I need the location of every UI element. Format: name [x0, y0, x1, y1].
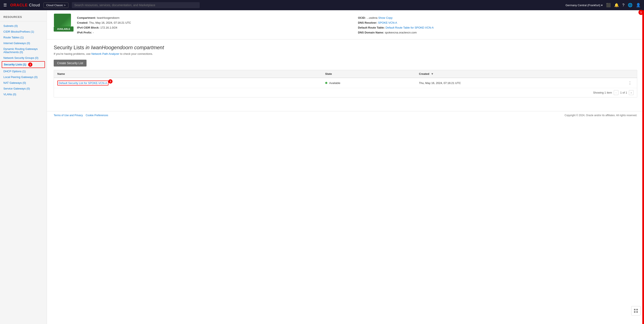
sidebar-item-route-tables[interactable]: Route Tables (1) — [0, 34, 47, 40]
sidebar-item-internet-gateways[interactable]: Internet Gateways (0) — [0, 40, 47, 46]
help-icon[interactable]: ? — [622, 3, 624, 8]
main-layout: Resources Subnets (0) CIDR Blocks/Prefix… — [0, 10, 644, 324]
sidebar-item-local-peering-gateways[interactable]: Local Peering Gateways (0) — [0, 74, 47, 80]
sidebar-item-security-lists[interactable]: Security Lists (1) 2 — [2, 61, 45, 68]
svg-rect-0 — [634, 309, 636, 310]
row-state-cell: Available — [322, 78, 416, 88]
scroll-indicator — [642, 10, 644, 324]
showing-label: Showing 1 item — [593, 91, 612, 94]
status-graphic — [54, 14, 71, 26]
cookie-preferences-link[interactable]: Cookie Preferences — [86, 114, 108, 117]
status-dot-icon — [325, 82, 327, 84]
col-created[interactable]: Created ▼ — [416, 70, 623, 78]
col-actions — [623, 70, 637, 78]
sidebar-item-service-gateways[interactable]: Service Gateways (0) — [0, 86, 47, 92]
hamburger-icon[interactable]: ☰ — [4, 3, 7, 8]
ipv6-row: IPv6 Prefix: - — [77, 31, 356, 34]
svg-rect-3 — [636, 311, 638, 313]
title-in: in — [86, 44, 90, 50]
top-nav: ☰ ORACLE Cloud Cloud Classic > Germany C… — [0, 0, 644, 10]
resources-title: Resources — [0, 14, 47, 20]
badge-1: 1 — [638, 10, 644, 15]
dns-resolver-link[interactable]: SPOKE-VCN-A — [378, 21, 397, 24]
sidebar-item-vlans[interactable]: VLANs (0) — [0, 92, 47, 97]
table-body: Default Security List for SPOKE-VCN-A 3 … — [54, 78, 637, 88]
help-grid-icon — [633, 308, 638, 313]
row-state-value: Available — [329, 82, 340, 84]
ocid-copy-link[interactable]: Copy — [386, 16, 392, 20]
created-value: Thu, May 16, 2024, 07:16:21 UTC — [89, 21, 131, 24]
created-label: Created: — [77, 21, 88, 24]
network-path-link[interactable]: Network Path Analyzer — [92, 52, 120, 56]
default-route-link[interactable]: Default Route Table for SPOKE-VCN-A — [386, 26, 434, 29]
nav-icons: ⬛ 🔔 ? 🌐 👤 — [606, 3, 640, 8]
dns-domain-row: DNS Domain Name: spokevcna.oraclevcn.com — [358, 31, 637, 34]
dns-resolver-row: DNS Resolver: SPOKE-VCN-A — [358, 21, 637, 24]
footer: Terms of Use and Privacy Cookie Preferen… — [47, 111, 644, 119]
sidebar: Resources Subnets (0) CIDR Blocks/Prefix… — [0, 10, 47, 324]
title-compartment: IwanHoogendoorn — [91, 44, 133, 50]
sidebar-item-nat-gateways[interactable]: NAT Gateways (0) — [0, 80, 47, 86]
sidebar-item-cidr[interactable]: CIDR Blocks/Prefixes (1) — [0, 29, 47, 34]
security-title: Security Lists in IwanHoogendoorn compar… — [54, 44, 637, 50]
page-info: 1 of 1 — [620, 91, 627, 94]
badge-3: 3 — [108, 79, 112, 84]
created-row: Created: Thu, May 16, 2024, 07:16:21 UTC — [77, 21, 356, 24]
row-created-value: Thu, May 16, 2024, 07:16:21 UTC — [419, 82, 461, 84]
security-lists-table: Name State Created ▼ — [54, 70, 637, 88]
col-name: Name — [54, 70, 322, 78]
main-content: AVAILABLE Compartment: IwanHoogendoorn O… — [47, 10, 644, 324]
security-subtitle: If you're having problems, use Network P… — [54, 52, 637, 56]
prev-page-button[interactable]: ‹ — [614, 90, 618, 95]
dns-domain-value: spokevcna.oraclevcn.com — [385, 31, 417, 34]
default-route-label: Default Route Table: — [358, 26, 385, 29]
svg-rect-2 — [634, 311, 636, 313]
compartment-row: Compartment: IwanHoogendoorn — [77, 16, 356, 20]
region-selector[interactable]: Germany Central (Frankfurt) ▾ — [566, 4, 603, 7]
row-created-cell: Thu, May 16, 2024, 07:16:21 UTC — [416, 78, 623, 88]
row-actions-cell: ⋮ — [623, 78, 637, 88]
ipv4-label: IPv4 CIDR Block: — [77, 26, 99, 29]
cloud-classic-button[interactable]: Cloud Classic > — [44, 2, 68, 8]
search-input[interactable] — [72, 2, 200, 8]
create-security-list-button[interactable]: Create Security List — [54, 60, 86, 66]
help-panel-button[interactable] — [631, 306, 640, 316]
subtitle-prefix: If you're having problems, use — [54, 52, 90, 56]
ipv4-value: 172.16.1.0/24 — [100, 26, 118, 29]
subtitle-suffix: to check your connections. — [120, 52, 153, 56]
ocid-row: OCID: ...usdnra Show Copy — [358, 16, 637, 20]
sidebar-item-network-security-groups[interactable]: Network Security Groups (0) — [0, 55, 47, 61]
terms-link[interactable]: Terms of Use and Privacy — [54, 114, 83, 117]
user-icon[interactable]: 👤 — [636, 3, 640, 8]
title-prefix: Security Lists — [54, 44, 84, 50]
ocid-show-link[interactable]: Show — [378, 16, 385, 20]
monitor-icon[interactable]: ⬛ — [606, 3, 611, 8]
badge-2: 2 — [28, 62, 32, 67]
chevron-down-icon: ▾ — [601, 4, 603, 7]
bell-icon[interactable]: 🔔 — [614, 3, 619, 8]
nav-right: Germany Central (Frankfurt) ▾ ⬛ 🔔 ? 🌐 👤 — [566, 3, 640, 8]
ocid-label: OCID: — [358, 16, 366, 20]
footer-copyright: Copyright © 2024, Oracle and/or its affi… — [564, 114, 637, 117]
kebab-menu-button[interactable]: ⋮ — [626, 80, 634, 86]
default-route-row: Default Route Table: Default Route Table… — [358, 26, 637, 29]
security-lists-section: Security Lists in IwanHoogendoorn compar… — [47, 40, 644, 102]
region-label: Germany Central (Frankfurt) — [566, 4, 600, 7]
status-badge: AVAILABLE — [54, 26, 74, 32]
sidebar-item-subnets[interactable]: Subnets (0) — [0, 23, 47, 29]
table-header: Name State Created ▼ — [54, 70, 637, 78]
cloud-text: Cloud — [29, 3, 40, 8]
globe-icon[interactable]: 🌐 — [628, 3, 632, 8]
title-suffix: compartment — [134, 44, 164, 50]
compartment-label: Compartment: — [77, 16, 96, 20]
oracle-text: ORACLE — [10, 3, 28, 8]
sort-icon: ▼ — [431, 72, 434, 76]
sidebar-item-dhcp-options[interactable]: DHCP Options (1) — [0, 68, 47, 74]
col-state: State — [322, 70, 416, 78]
oracle-logo: ORACLE Cloud — [10, 3, 40, 8]
footer-left: Terms of Use and Privacy Cookie Preferen… — [54, 114, 108, 117]
compartment-value: IwanHoogendoorn — [97, 16, 119, 20]
sidebar-item-drg-attachments[interactable]: Dynamic Routing Gateways Attachments (0) — [0, 46, 47, 55]
next-page-button[interactable]: › — [629, 90, 634, 95]
security-list-link[interactable]: Default Security List for SPOKE-VCN-A — [57, 80, 108, 86]
